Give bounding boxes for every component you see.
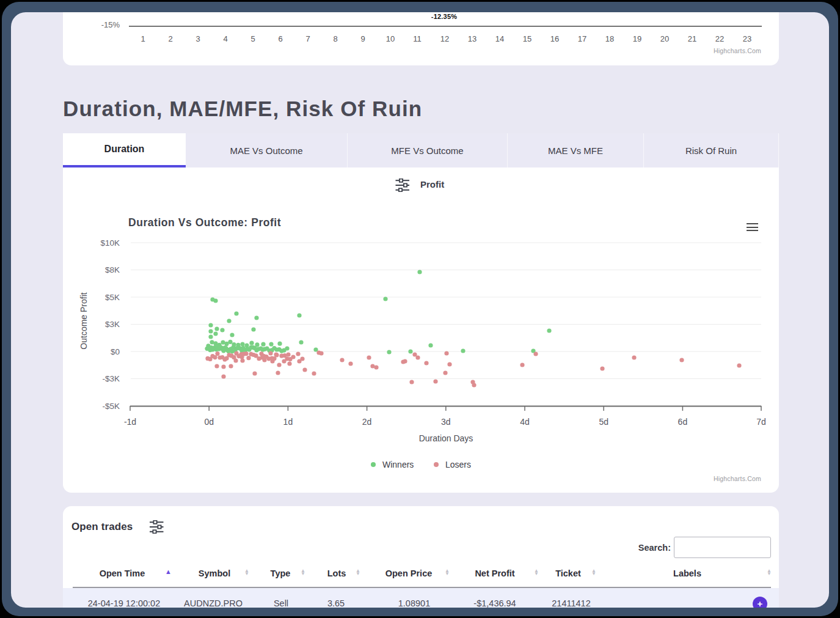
svg-text:$5K: $5K: [105, 293, 120, 302]
svg-text:$0: $0: [111, 347, 120, 356]
svg-text:$3K: $3K: [105, 320, 120, 329]
svg-text:6d: 6d: [678, 417, 688, 427]
svg-text:5d: 5d: [599, 417, 608, 427]
svg-text:Duration Days: Duration Days: [419, 433, 473, 443]
svg-text:-1d: -1d: [124, 417, 136, 427]
svg-text:Losers: Losers: [445, 460, 471, 469]
svg-text:$8K: $8K: [105, 265, 120, 274]
svg-text:7d: 7d: [756, 417, 766, 427]
svg-text:$10K: $10K: [100, 238, 120, 248]
svg-text:Highcharts.Com: Highcharts.Com: [714, 475, 761, 482]
svg-text:Outcome Profit: Outcome Profit: [79, 292, 89, 349]
svg-text:Winners: Winners: [382, 460, 414, 469]
svg-text:4d: 4d: [520, 417, 530, 427]
svg-text:2d: 2d: [362, 417, 372, 427]
svg-text:0d: 0d: [204, 417, 214, 427]
svg-text:3d: 3d: [441, 417, 451, 427]
svg-text:-$3K: -$3K: [102, 374, 120, 383]
svg-text:1d: 1d: [283, 417, 293, 427]
svg-text:-$5K: -$5K: [102, 402, 120, 411]
